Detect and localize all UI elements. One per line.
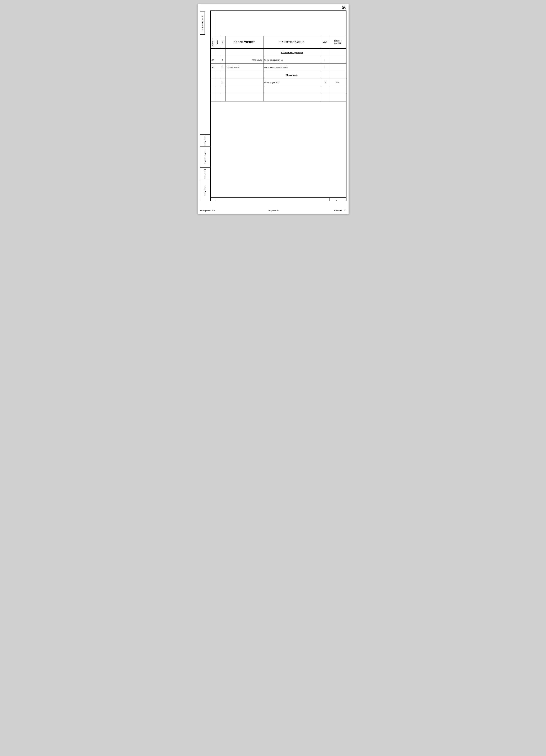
td-prime-3 bbox=[329, 71, 346, 79]
bottom-title-block: Т.п. 807-13-5.84 КЖИ-28.00 Лист 2 bbox=[211, 198, 346, 201]
td-zona-5 bbox=[215, 86, 220, 94]
td-format-5 bbox=[211, 86, 215, 94]
th-prime: Приме- ЧАНИЕ bbox=[329, 36, 346, 48]
th-kol: КОЛ bbox=[321, 36, 329, 48]
footer-copied: Копировал Лм bbox=[200, 209, 215, 212]
td-oboznachenie-1: КЖИ-35.00 bbox=[226, 56, 263, 64]
table-header: ФОРМАТ ЗОНА ПОЗ. ОБОЗНАЧЕНИЕ НАИМЕНОВАНИ… bbox=[211, 36, 346, 49]
albom-label: АЛЬБОМ 1 bbox=[200, 12, 205, 35]
footer-format: Формат А4 bbox=[268, 209, 280, 212]
td-naim-6 bbox=[263, 94, 321, 101]
sheet-label: Лист bbox=[329, 198, 346, 201]
td-oboznachenie-5 bbox=[226, 86, 263, 94]
td-format-1: А4 bbox=[211, 56, 215, 64]
td-prime-5 bbox=[329, 86, 346, 94]
td-kol-0 bbox=[321, 49, 329, 56]
td-kol-3 bbox=[321, 71, 329, 79]
td-format-4 bbox=[211, 79, 215, 86]
td-pos-4: 3 bbox=[220, 79, 226, 86]
td-zona-6 bbox=[215, 94, 220, 101]
table-row bbox=[211, 94, 346, 101]
td-naim-4: Бетон марки 200 bbox=[263, 79, 321, 86]
td-kol-5 bbox=[321, 86, 329, 94]
td-zona-0 bbox=[215, 49, 220, 56]
td-pos-2: 2 bbox=[220, 64, 226, 71]
footer-code-number: 19698-02 57 bbox=[332, 209, 346, 212]
table-row: Материалы bbox=[211, 71, 346, 79]
td-prime-1 bbox=[329, 56, 346, 64]
td-naim-3: Материалы bbox=[263, 71, 321, 79]
td-kol-6 bbox=[321, 94, 329, 101]
table-row: А4 1 КЖИ-35.00 Сетка арматурная С8 1 bbox=[211, 56, 346, 64]
td-naim-0: Сборочные единицы bbox=[263, 49, 321, 56]
td-zona-1 bbox=[215, 56, 220, 64]
th-oboznachenie: ОБОЗНАЧЕНИЕ bbox=[226, 36, 263, 48]
footer-bar: Копировал Лм Формат А4 19698-02 57 bbox=[200, 209, 346, 212]
td-oboznachenie-3 bbox=[226, 71, 263, 79]
td-oboznachenie-2: 3.400-7, вып.1 bbox=[226, 64, 263, 71]
th-zona: ЗОНА bbox=[215, 36, 220, 48]
td-format-3 bbox=[211, 71, 215, 79]
stamp-podpis: ПОДПИСЬ И ДАТА bbox=[200, 147, 210, 168]
table-body: Сборочные единицы А4 1 КЖИ-35.00 Сетка а… bbox=[211, 49, 346, 101]
stamp-inv-podl: ИНВ.№ПОДЛ. bbox=[200, 134, 210, 147]
table-row: Сборочные единицы bbox=[211, 49, 346, 56]
td-prime-6 bbox=[329, 94, 346, 101]
td-prime-0 bbox=[329, 49, 346, 56]
td-prime-2 bbox=[329, 64, 346, 71]
td-zona-3 bbox=[215, 71, 220, 79]
stamp-vzam: ВЗАМ.ИНВ.№ bbox=[200, 168, 210, 180]
table-row: А4 2 3.400-7, вып.1 Петля монтажная М14-… bbox=[211, 64, 346, 71]
td-naim-2: Петля монтажная М14-150 bbox=[263, 64, 321, 71]
td-format-6 bbox=[211, 94, 215, 101]
td-naim-1: Сетка арматурная С8 bbox=[263, 56, 321, 64]
table-row: 3 Бетон марки 200 1,0 М³ bbox=[211, 79, 346, 86]
table-row bbox=[211, 86, 346, 94]
td-kol-4: 1,0 bbox=[321, 79, 329, 86]
td-oboznachenie-4 bbox=[226, 79, 263, 86]
td-pos-6 bbox=[220, 94, 226, 101]
td-prime-4: М³ bbox=[329, 79, 346, 86]
td-pos-1: 1 bbox=[220, 56, 226, 64]
td-format-2: А4 bbox=[211, 64, 215, 71]
td-kol-2: 2 bbox=[321, 64, 329, 71]
td-kol-1: 1 bbox=[321, 56, 329, 64]
td-naim-5 bbox=[263, 86, 321, 94]
td-format-0 bbox=[211, 49, 215, 56]
td-oboznachenie-6 bbox=[226, 94, 263, 101]
td-pos-3 bbox=[220, 71, 226, 79]
th-format: ФОРМАТ bbox=[211, 36, 215, 48]
stamp-inv-podl-2: ИНВ.№ ПОДЛ. bbox=[200, 180, 210, 201]
td-pos-0 bbox=[220, 49, 226, 56]
td-pos-5 bbox=[220, 86, 226, 94]
td-zona-2 bbox=[215, 64, 220, 71]
page-number-top: 56 bbox=[342, 5, 346, 10]
td-oboznachenie-0 bbox=[226, 49, 263, 56]
td-zona-4 bbox=[215, 79, 220, 86]
th-naimenovanie: НАИМЕНОВАНИЕ bbox=[263, 36, 321, 48]
th-pos: ПОЗ. bbox=[220, 36, 226, 48]
